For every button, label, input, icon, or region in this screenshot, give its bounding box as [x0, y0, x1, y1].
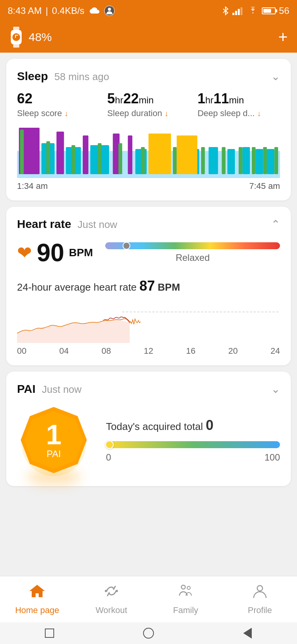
- hr-scale-label: Relaxed: [105, 252, 280, 263]
- svg-rect-17: [83, 135, 89, 174]
- nav-item-workout[interactable]: Workout: [74, 583, 148, 615]
- sleep-chevron-down[interactable]: ⌄: [271, 70, 280, 83]
- battery-number: 56: [279, 5, 289, 16]
- svg-rect-35: [118, 143, 122, 174]
- svg-rect-33: [72, 145, 75, 174]
- hr-time-24: 24: [271, 346, 280, 356]
- nav-item-family[interactable]: Family: [148, 583, 223, 615]
- sys-recents-btn[interactable]: [241, 627, 254, 639]
- svg-rect-30: [267, 149, 274, 174]
- svg-rect-45: [177, 135, 197, 174]
- svg-rect-38: [201, 147, 205, 174]
- hr-subtitle: Just now: [78, 219, 118, 230]
- hr-time-08: 08: [102, 346, 111, 356]
- svg-rect-4: [232, 13, 234, 15]
- hr-average: 24-hour average heart rate 87 BPM: [17, 278, 280, 294]
- sleep-subtitle: 58 mins ago: [55, 71, 109, 82]
- hr-chart-svg: [17, 300, 280, 343]
- svg-rect-44: [148, 134, 171, 174]
- svg-point-51: [116, 590, 118, 592]
- watch-icon: [9, 27, 23, 48]
- svg-rect-9: [13, 45, 19, 48]
- svg-rect-32: [46, 141, 50, 174]
- svg-point-50: [105, 590, 107, 592]
- battery-icon: [262, 7, 276, 14]
- add-button[interactable]: +: [278, 28, 288, 46]
- svg-rect-41: [252, 147, 256, 174]
- nav-item-profile[interactable]: Profile: [223, 583, 297, 615]
- pai-scale-labels: 0 100: [106, 452, 280, 463]
- pai-today-text: Today's acquired total 0: [106, 417, 280, 433]
- pai-hexagon: 1 PAI: [17, 403, 90, 477]
- svg-rect-27: [227, 149, 235, 174]
- svg-rect-7: [241, 7, 242, 15]
- pai-title: PAI: [17, 382, 36, 395]
- svg-point-11: [12, 33, 20, 41]
- sleep-duration-stat: 5hr22min Sleep duration ↓: [107, 91, 189, 118]
- sleep-start-time: 1:34 am: [17, 181, 48, 191]
- sleep-card-header: Sleep 58 mins ago ⌄: [17, 70, 280, 83]
- deep-sleep-value: 1hr11min: [198, 91, 280, 107]
- svg-rect-42: [263, 147, 267, 174]
- hr-scale-indicator: [123, 242, 130, 250]
- sleep-chart-svg: [17, 128, 280, 178]
- sys-home-btn[interactable]: [142, 627, 155, 639]
- nav-label-workout: Workout: [96, 605, 127, 615]
- hr-chevron-up[interactable]: ⌃: [271, 218, 280, 231]
- heart-icon: ❤: [17, 242, 32, 263]
- heart-rate-card: Heart rate Just now ⌃ ❤ 90 BPM Relaxed 2…: [6, 207, 291, 365]
- svg-rect-31: [20, 130, 24, 174]
- system-nav: [0, 622, 297, 644]
- hr-time-12: 12: [144, 346, 153, 356]
- pai-scale-min: 0: [106, 452, 111, 463]
- sleep-card: Sleep 58 mins ago ⌄ 62 Sleep score ↓ 5hr…: [6, 59, 291, 200]
- sleep-score-arrow: ↓: [64, 109, 68, 118]
- svg-rect-34: [98, 143, 102, 174]
- hr-scale-bar: [105, 242, 280, 249]
- pai-progress-dot: [105, 440, 114, 449]
- status-bar: 8:43 AM | 0.4KB/s: [0, 0, 297, 22]
- status-bar-right: 56: [222, 5, 289, 16]
- pai-chevron-down[interactable]: ⌄: [271, 383, 280, 396]
- deep-sleep-arrow: ↓: [257, 109, 261, 118]
- svg-rect-5: [235, 11, 237, 15]
- svg-point-1: [108, 8, 111, 11]
- sleep-title-group: Sleep 58 mins ago: [17, 70, 109, 83]
- hr-title: Heart rate: [17, 218, 71, 230]
- data-speed: |: [46, 5, 48, 16]
- pai-today-value: 0: [206, 417, 213, 433]
- hr-time-00: 00: [17, 346, 26, 356]
- svg-rect-26: [208, 147, 218, 174]
- nav-item-home[interactable]: Home page: [0, 583, 74, 615]
- sys-back-btn[interactable]: [43, 627, 56, 639]
- sleep-times: 1:34 am 7:45 am: [17, 181, 280, 191]
- hr-reading: ❤ 90 BPM: [17, 238, 93, 267]
- home-icon: [29, 583, 46, 602]
- app-header: 48% +: [0, 22, 297, 53]
- battery-percent: 48%: [29, 31, 52, 44]
- nav-label-profile: Profile: [248, 605, 272, 615]
- svg-rect-6: [238, 9, 240, 15]
- status-bar-left: 8:43 AM | 0.4KB/s: [8, 5, 115, 17]
- sleep-duration-arrow: ↓: [164, 109, 168, 118]
- svg-rect-40: [239, 147, 242, 174]
- workout-icon: [103, 583, 120, 602]
- pai-label-text: PAI: [46, 449, 61, 459]
- bpm-value: 90: [37, 238, 64, 267]
- svg-rect-36: [141, 147, 145, 174]
- sys-circle-icon: [143, 628, 154, 639]
- hr-avg-value: 87: [140, 278, 155, 294]
- family-icon: [177, 583, 194, 602]
- svg-rect-19: [128, 135, 133, 174]
- svg-rect-29: [256, 149, 263, 174]
- hr-time-04: 04: [59, 346, 68, 356]
- svg-rect-39: [222, 147, 225, 174]
- pai-content: 1 PAI Today's acquired total 0 0 100: [17, 403, 280, 477]
- deep-sleep-stat: 1hr11min Deep sleep d... ↓: [198, 91, 280, 118]
- bluetooth-icon: [222, 6, 229, 15]
- deep-sleep-label: Deep sleep d... ↓: [198, 108, 280, 118]
- cloud-icon: [88, 7, 100, 15]
- hr-time-labels: 00 04 08 12 16 20 24: [17, 346, 280, 356]
- svg-rect-23: [135, 149, 147, 174]
- header-left: 48%: [9, 27, 52, 48]
